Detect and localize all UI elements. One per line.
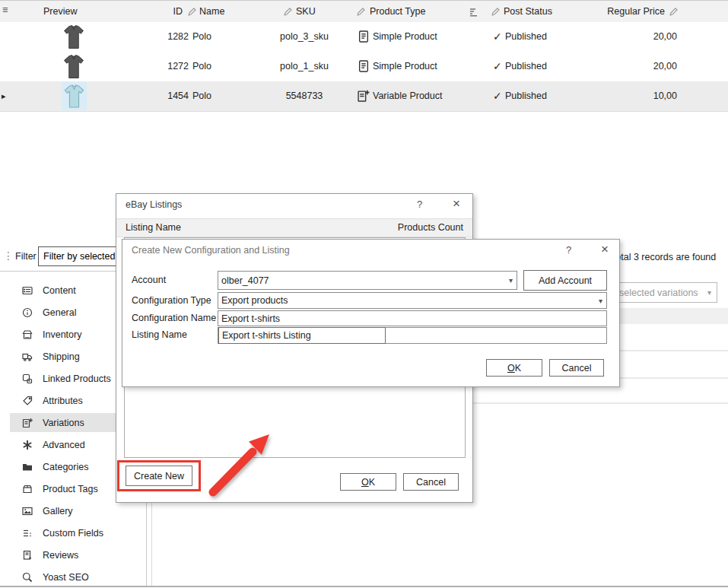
ok-label: O — [507, 363, 515, 373]
column-header-sku[interactable]: SKU — [296, 6, 316, 17]
add-account-label: Add Account — [539, 275, 592, 286]
sidebar-item-label: Content — [43, 285, 76, 296]
sidebar-item-label: Variations — [43, 418, 84, 428]
table-row-selected[interactable]: ▸ 1454 Polo 5548733 Variable Product ✓ P… — [0, 81, 728, 112]
configuration-name-label: Configuration Name — [132, 313, 216, 323]
filter-label: Filter — [15, 251, 37, 262]
row-expander-icon[interactable]: ▸ — [2, 91, 6, 101]
sidebar-item-label: Categories — [43, 462, 88, 472]
configuration-name-input[interactable]: Export t-shirts — [218, 310, 607, 326]
sidebar-item-gallery[interactable]: Gallery — [10, 501, 147, 520]
table-row[interactable]: 1272 Polo polo_1_sku Simple Product ✓ Pu… — [0, 52, 728, 82]
cell-post-status: Published — [505, 61, 547, 72]
cell-product-type: Variable Product — [373, 91, 443, 101]
cell-sku: polo_1_sku — [270, 61, 339, 72]
listing-name-label: Listing Name — [132, 329, 187, 340]
product-preview-image — [63, 84, 85, 111]
chevron-down-icon: ▾ — [599, 297, 602, 305]
cell-product-type: Simple Product — [373, 31, 437, 42]
fields-icon — [22, 528, 33, 539]
check-icon: ✓ — [493, 60, 502, 72]
chevron-down-icon: ▾ — [707, 288, 711, 297]
create-new-button[interactable]: Create New — [126, 466, 192, 486]
chevron-down-icon: ▾ — [509, 276, 513, 284]
content-icon — [22, 285, 33, 296]
sidebar-item-custom-fields[interactable]: Custom Fields — [10, 523, 147, 542]
app-window: ≡ Preview ID Name SKU Product Type Post … — [0, 0, 728, 588]
products-count-column-header[interactable]: Products Count — [398, 222, 463, 233]
cell-sku: 5548733 — [270, 91, 339, 101]
edit-pencil-icon[interactable] — [187, 7, 197, 17]
table-row[interactable]: 1282 Polo polo_3_sku Simple Product ✓ Pu… — [0, 22, 728, 52]
check-icon: ✓ — [493, 90, 502, 102]
store-icon — [22, 329, 33, 340]
account-value: olber_4077 — [221, 275, 269, 286]
edit-pencil-icon[interactable] — [356, 7, 366, 17]
close-icon[interactable]: × — [453, 196, 460, 211]
create-new-label: Create New — [134, 471, 184, 482]
package-tag-icon — [22, 484, 33, 494]
column-header-post-status[interactable]: Post Status — [504, 6, 552, 17]
tag-icon — [22, 396, 33, 406]
cell-product-type: Simple Product — [373, 61, 437, 72]
column-header-regular-price[interactable]: Regular Price — [590, 6, 665, 17]
cell-id: 1454 — [137, 91, 189, 101]
help-icon[interactable]: ? — [566, 244, 571, 256]
listing-name-input[interactable]: Export t-shirts Listing — [218, 327, 607, 344]
sidebar-item-label: Product Tags — [43, 484, 98, 494]
edit-pencil-icon[interactable] — [491, 7, 501, 17]
column-header-id[interactable]: ID — [138, 6, 183, 17]
document-star-icon — [22, 550, 33, 561]
create-configuration-dialog: Create New Configuration and Listing ? ×… — [122, 239, 620, 387]
cell-sku: polo_3_sku — [270, 31, 339, 42]
configuration-name-value: Export t-shirts — [221, 313, 280, 324]
asterisk-icon — [22, 440, 33, 450]
cell-id: 1282 — [137, 31, 189, 42]
cell-post-status: Published — [505, 31, 547, 42]
variations-icon — [22, 418, 33, 428]
close-icon[interactable]: × — [601, 242, 609, 257]
column-header-name[interactable]: Name — [199, 6, 224, 17]
cell-id: 1272 — [137, 61, 189, 72]
product-preview-image — [62, 53, 85, 82]
link-icon — [22, 373, 33, 384]
configuration-type-label: Configuration Type — [132, 295, 211, 306]
sidebar-item-label: Inventory — [43, 329, 81, 340]
listing-name-column-header[interactable]: Listing Name — [126, 222, 181, 233]
listings-grid-header: Listing Name Products Count — [116, 218, 472, 237]
truck-icon — [22, 351, 33, 362]
sidebar-item-reviews[interactable]: Reviews — [10, 545, 147, 564]
ok-button[interactable]: OK — [340, 473, 396, 491]
add-account-button[interactable]: Add Account — [523, 270, 607, 291]
cancel-button[interactable]: Cancel — [403, 473, 459, 491]
drag-handle-icon[interactable]: ⋮ — [3, 250, 12, 262]
ok-button[interactable]: OK — [486, 359, 542, 377]
sidebar-item-label: Reviews — [43, 550, 78, 561]
dialog-title: eBay Listings — [126, 199, 182, 210]
cell-name: Polo — [192, 31, 211, 42]
configuration-type-dropdown[interactable]: Export products ▾ — [218, 292, 607, 309]
folder-icon — [22, 462, 33, 472]
cell-post-status: Published — [505, 91, 547, 101]
info-icon — [22, 307, 33, 318]
annotation-arrow — [201, 428, 281, 503]
cancel-button[interactable]: Cancel — [549, 359, 604, 377]
listing-name-edit-box[interactable]: Export t-shirts Listing — [218, 327, 386, 344]
cell-regular-price: 10,00 — [616, 91, 677, 101]
column-header-preview[interactable]: Preview — [43, 6, 104, 17]
sidebar-item-label: Custom Fields — [43, 528, 103, 539]
account-dropdown[interactable]: olber_4077 ▾ — [218, 271, 517, 290]
help-icon[interactable]: ? — [417, 199, 422, 210]
menu-icon[interactable]: ≡ — [2, 5, 8, 15]
cell-regular-price: 20,00 — [616, 61, 677, 72]
simple-product-icon — [358, 60, 369, 75]
column-header-product-type[interactable]: Product Type — [370, 6, 425, 17]
image-icon — [22, 506, 33, 516]
dialog-title: Create New Configuration and Listing — [132, 245, 290, 256]
listing-name-value: Export t-shirts Listing — [222, 330, 311, 341]
edit-pencil-icon[interactable] — [669, 7, 679, 17]
sort-icon[interactable] — [469, 8, 479, 17]
edit-pencil-icon[interactable] — [283, 7, 293, 17]
sidebar-item-label: General — [43, 307, 76, 318]
sidebar-item-yoast-seo[interactable]: Yoast SEO — [10, 567, 147, 586]
